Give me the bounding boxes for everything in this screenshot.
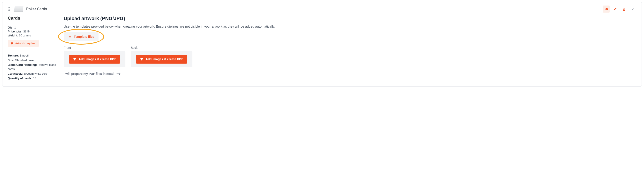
spec-blank: Blank Card Handling: Remove blank cards xyxy=(8,63,56,71)
spec-qtycards: Quantity of cards: 18 xyxy=(8,76,56,80)
prepare-pdf-link[interactable]: I will prepare my PDF files instead xyxy=(64,72,121,76)
upload-col-front: Front Add images & create PDF xyxy=(64,46,126,67)
duplicate-button[interactable] xyxy=(603,6,610,13)
add-images-front-button[interactable]: Add images & create PDF xyxy=(69,55,120,64)
drag-handle-icon[interactable] xyxy=(8,7,11,11)
product-title: Poker Cards xyxy=(26,7,47,11)
back-dropzone[interactable]: Add images & create PDF xyxy=(131,51,192,67)
qty-line: Qty: 1 xyxy=(8,26,56,29)
main-description: Use the templates provided below when cr… xyxy=(64,25,284,28)
artwork-status-pill[interactable]: Artwork required xyxy=(8,40,39,47)
weight-line: Weight: 30 grams xyxy=(8,34,56,37)
price-line: Price total: $3.54 xyxy=(8,30,56,33)
upload-row: Front Add images & create PDF Back Add i… xyxy=(64,46,636,67)
trash-icon xyxy=(622,7,626,11)
delete-button[interactable] xyxy=(620,6,628,13)
edit-button[interactable] xyxy=(612,6,619,13)
layers-icon xyxy=(140,57,144,61)
panel-header-actions xyxy=(603,6,636,13)
add-images-back-button[interactable]: Add images & create PDF xyxy=(136,55,187,64)
upload-col-back: Back Add images & create PDF xyxy=(131,46,192,67)
artwork-icon xyxy=(10,42,14,45)
main-content: Upload artwork (PNG/JPG) Use the templat… xyxy=(64,16,636,81)
duplicate-icon xyxy=(604,7,608,11)
sidebar: Cards Qty: 1 Price total: $3.54 Weight: … xyxy=(8,16,56,81)
arrow-right-icon xyxy=(116,72,121,75)
main-heading: Upload artwork (PNG/JPG) xyxy=(64,16,636,22)
divider xyxy=(8,51,56,51)
panel-header: Poker Cards xyxy=(8,6,636,13)
prepare-pdf-label: I will prepare my PDF files instead xyxy=(64,72,114,76)
spec-cardstock: Cardstock: 300gsm white core xyxy=(8,72,56,76)
pencil-icon xyxy=(613,7,617,11)
artwork-status-label: Artwork required xyxy=(15,42,36,45)
back-label: Back xyxy=(131,46,192,50)
divider xyxy=(8,23,56,23)
front-dropzone[interactable]: Add images & create PDF xyxy=(64,51,126,67)
add-images-front-label: Add images & create PDF xyxy=(79,57,116,61)
collapse-toggle[interactable] xyxy=(629,6,636,13)
panel-header-left: Poker Cards xyxy=(8,6,47,12)
add-images-back-label: Add images & create PDF xyxy=(146,57,183,61)
template-files-label: Template files xyxy=(74,35,94,38)
spec-texture: Texture: Smooth xyxy=(8,54,56,58)
download-icon xyxy=(68,35,72,38)
product-thumbnail xyxy=(14,6,24,12)
sidebar-heading: Cards xyxy=(8,16,56,21)
chevron-down-icon xyxy=(631,7,634,11)
spec-size: Size: Standard poker xyxy=(8,58,56,62)
front-label: Front xyxy=(64,46,126,50)
template-files-button[interactable]: Template files xyxy=(64,32,98,41)
panel-body: Cards Qty: 1 Price total: $3.54 Weight: … xyxy=(8,16,636,81)
layers-icon xyxy=(73,57,76,61)
product-panel: Poker Cards Cards Qty: 1 Price total: $3… xyxy=(2,2,642,87)
